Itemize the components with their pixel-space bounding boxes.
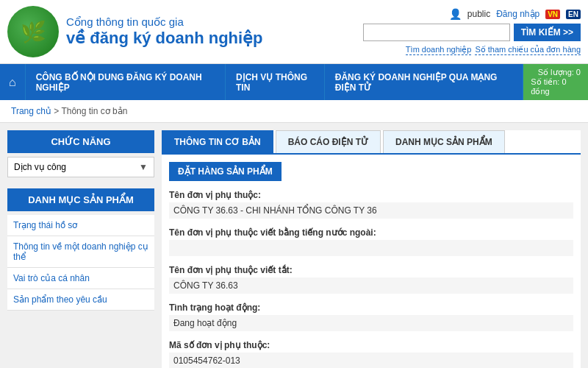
nav-item-congbo[interactable]: CÔNG BỐ NỘI DUNG ĐĂNG KÝ DOANH NGHIỆP [26,64,226,100]
tab-baocaodientu[interactable]: BÁO CÁO ĐIỆN TỬ [276,130,381,153]
field-label-3: Tình trạng hoạt động: [169,302,573,313]
search-row: TÌM KIẾM >> [363,24,581,41]
field-group-4: Mã số đơn vị phụ thuộc: 0105454762-013 [169,340,573,368]
content-area: THÔNG TIN CƠ BẢN BÁO CÁO ĐIỆN TỬ DANH MỤ… [162,130,581,368]
sidebar-item-vaitro[interactable]: Vai trò của cá nhân [7,268,154,289]
field-group-0: Tên đơn vị phụ thuộc: CÔNG TY 36.63 - CH… [169,190,573,219]
sidebar-item-thongtin[interactable]: Thông tin về một doanh nghiệp cụ thể [7,236,154,268]
field-label-4: Mã số đơn vị phụ thuộc: [169,340,573,350]
nav-item-dichvu[interactable]: DỊCH VỤ THÔNG TIN [226,64,325,100]
field-value-0: CÔNG TY 36.63 - CHI NHÁNH TỔNG CÔNG TY 3… [169,202,573,219]
nav-home[interactable]: ⌂ [0,64,26,100]
navbar: ⌂ CÔNG BỐ NỘI DUNG ĐĂNG KÝ DOANH NGHIỆP … [0,64,588,100]
field-value-4: 0105454762-013 [169,353,573,368]
user-icon: 👤 [449,8,462,20]
tab-danhmuc[interactable]: DANH MỤC SẢN PHẨM [383,130,505,153]
search-input[interactable] [363,24,510,41]
user-label: public [467,9,490,19]
flag-en[interactable]: EN [566,10,581,19]
tab-thongtincoban[interactable]: THÔNG TIN CƠ BẢN [162,130,273,153]
search-sub1[interactable]: Tìm doanh nghiệp [406,45,472,55]
field-group-3: Tình trạng hoạt động: Đang hoạt động [169,302,573,331]
field-label-1: Tên đơn vị phụ thuộc viết bằng tiếng nướ… [169,227,573,238]
home-icon: ⌂ [9,76,16,89]
breadcrumb-current: Thông tin cơ bản [61,106,127,116]
sidebar-danhmuc-title: DANH MỤC SẢN PHẨM [7,188,154,211]
field-label-0: Tên đơn vị phụ thuộc: [169,190,573,200]
tab-label-0: THÔNG TIN CƠ BẢN [174,137,261,147]
nav-label-congbo: CÔNG BỐ NỘI DUNG ĐĂNG KÝ DOANH NGHIỆP [36,72,215,93]
sidebar-item-label: Trạng thái hồ sơ [13,220,77,230]
sidebar-item-label: Vai trò của cá nhân [13,273,90,283]
dat-hang-button[interactable]: ĐẶT HÀNG SẢN PHẨM [169,162,282,181]
field-value-2: CÔNG TY 36.63 [169,277,573,294]
sidebar-dropdown[interactable]: Dịch vụ công ▼ [7,157,154,177]
breadcrumb-separator: > [54,106,61,116]
header: 🌿 Cổng thông tin quốc gia về đăng ký doa… [0,0,588,64]
top-bar: 👤 public Đăng nhập VN EN [449,8,581,20]
sidebar-dropdown-label: Dịch vụ công [14,162,66,172]
field-value-3: Đang hoạt động [169,315,573,331]
chevron-down-icon: ▼ [139,162,148,172]
search-sub: Tìm doanh nghiệp Số tham chiếu của đơn h… [406,45,581,55]
logo-area: 🌿 Cổng thông tin quốc gia về đăng ký doa… [7,6,263,57]
flag-vn[interactable]: VN [545,10,560,19]
cart-box[interactable]: Số lượng: 0 Số tiền: 0 đồng [523,64,588,100]
sidebar-item-sanpham[interactable]: Sản phẩm theo yêu cầu [7,289,154,311]
field-label-2: Tên đơn vị phụ thuộc viết tắt: [169,265,573,275]
breadcrumb-home[interactable]: Trang chủ [11,106,51,116]
search-sub2[interactable]: Số tham chiếu của đơn hàng [475,45,581,55]
nav-item-dangky[interactable]: ĐĂNG KÝ DOANH NGHIỆP QUA MẠNG ĐIỆN TỬ [325,64,524,100]
search-button[interactable]: TÌM KIẾM >> [514,24,581,41]
login-btn[interactable]: Đăng nhập [496,9,539,19]
content-body: ĐẶT HÀNG SẢN PHẨM Tên đơn vị phụ thuộc: … [162,155,581,368]
cart-qty: Số lượng: 0 [538,68,581,77]
header-right: 👤 public Đăng nhập VN EN TÌM KIẾM >> Tìm… [363,8,581,55]
cart-price: Số tiền: 0 đồng [531,77,581,96]
tab-label-2: DANH MỤC SẢN PHẨM [395,137,492,147]
site-title-bottom: về đăng ký doanh nghiệp [66,29,263,48]
main: CHỨC NĂNG Dịch vụ công ▼ DANH MỤC SẢN PH… [0,123,588,368]
field-group-1: Tên đơn vị phụ thuộc viết bằng tiếng nướ… [169,227,573,256]
sidebar-item-trangthai[interactable]: Trạng thái hồ sơ [7,215,154,236]
tab-label-1: BÁO CÁO ĐIỆN TỬ [288,137,368,147]
site-title: Cổng thông tin quốc gia về đăng ký doanh… [66,15,263,48]
tabs: THÔNG TIN CƠ BẢN BÁO CÁO ĐIỆN TỬ DANH MỤ… [162,130,581,155]
sidebar-item-label: Sản phẩm theo yêu cầu [13,294,107,305]
sidebar: CHỨC NĂNG Dịch vụ công ▼ DANH MỤC SẢN PH… [7,130,154,368]
sidebar-chucnang-title: CHỨC NĂNG [7,130,154,153]
breadcrumb: Trang chủ > Thông tin cơ bản [0,100,588,123]
logo-icon: 🌿 [21,20,46,44]
field-group-2: Tên đơn vị phụ thuộc viết tắt: CÔNG TY 3… [169,265,573,294]
nav-label-dichvu: DỊCH VỤ THÔNG TIN [236,72,314,93]
logo: 🌿 [7,6,59,57]
nav-label-dangky: ĐĂNG KÝ DOANH NGHIỆP QUA MẠNG ĐIỆN TỬ [335,72,513,93]
field-value-1 [169,240,573,256]
sidebar-item-label: Thông tin về một doanh nghiệp cụ thể [13,241,148,262]
site-title-top: Cổng thông tin quốc gia [66,15,263,29]
